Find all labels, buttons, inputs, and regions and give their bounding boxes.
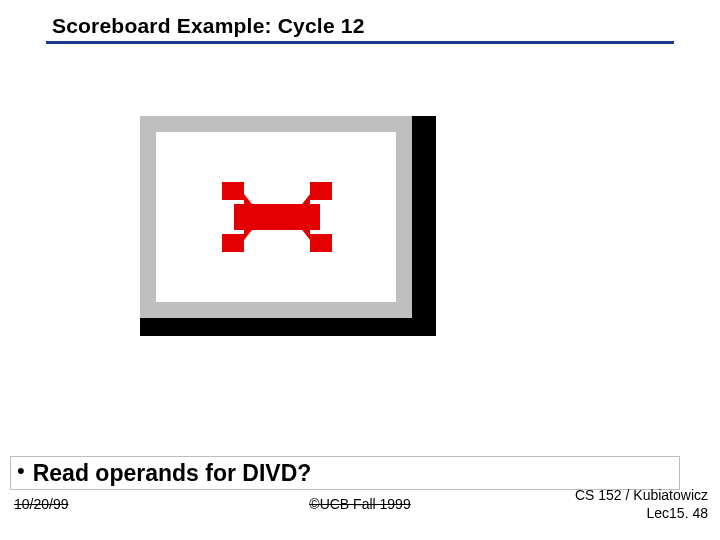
- image-panel: [140, 116, 412, 318]
- slide-title: Scoreboard Example: Cycle 12: [46, 14, 674, 38]
- svg-rect-2: [222, 234, 244, 252]
- footer-course: CS 152 / Kubiatowicz: [575, 487, 708, 505]
- footer-lecture: Lec15. 48: [575, 505, 708, 523]
- svg-marker-6: [292, 194, 310, 240]
- shadow-bottom: [140, 318, 436, 336]
- svg-rect-0: [222, 182, 244, 200]
- bullet-text: Read operands for DIVD?: [33, 460, 312, 487]
- svg-marker-5: [244, 194, 262, 240]
- broken-image-icon: [222, 182, 332, 252]
- title-bar: Scoreboard Example: Cycle 12: [46, 14, 674, 44]
- slide: Scoreboard Example: Cycle 12: [0, 0, 720, 540]
- svg-rect-1: [310, 182, 332, 200]
- footer-right: CS 152 / Kubiatowicz Lec15. 48: [575, 487, 708, 522]
- image-inner: [156, 132, 396, 302]
- svg-rect-3: [310, 234, 332, 252]
- bullet-marker: •: [17, 460, 25, 482]
- broken-image-placeholder: [140, 116, 436, 336]
- bullet-row: • Read operands for DIVD?: [10, 456, 680, 490]
- shadow-right: [412, 116, 436, 336]
